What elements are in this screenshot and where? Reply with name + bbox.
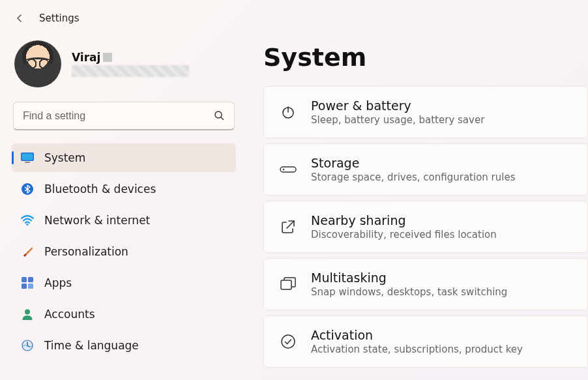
monitor-icon <box>21 151 34 164</box>
card-desc: Sleep, battery usage, battery saver <box>311 114 484 126</box>
sidebar: Viraj <box>0 37 248 368</box>
svg-rect-15 <box>281 280 291 289</box>
card-desc: Snap windows, desktops, task switching <box>311 286 507 298</box>
profile-block[interactable]: Viraj <box>12 37 236 99</box>
svg-rect-8 <box>22 284 27 289</box>
check-icon <box>280 333 297 350</box>
nav-item-label: Personalization <box>44 245 128 258</box>
nav-item-system[interactable]: System <box>12 143 236 172</box>
card-desc: Discoverability, received files location <box>311 229 497 241</box>
back-button[interactable] <box>13 12 26 25</box>
nav-item-network[interactable]: Network & internet <box>12 206 236 235</box>
svg-point-5 <box>26 224 28 226</box>
profile-name: Viraj <box>72 51 100 64</box>
nav-item-personalization[interactable]: Personalization <box>12 237 236 266</box>
svg-rect-2 <box>22 154 33 160</box>
nav: System Bluetooth & devices <box>12 143 236 360</box>
card-nearby-sharing[interactable]: Nearby sharing Discoverability, received… <box>263 201 588 253</box>
card-multitasking[interactable]: Multitasking Snap windows, desktops, tas… <box>263 258 588 310</box>
multitask-icon <box>280 276 297 293</box>
card-desc: Storage space, drives, configuration rul… <box>311 171 515 183</box>
card-title: Storage <box>311 156 515 170</box>
svg-point-14 <box>283 169 284 170</box>
card-storage[interactable]: Storage Storage space, drives, configura… <box>263 143 588 196</box>
svg-rect-6 <box>22 277 27 282</box>
nav-item-label: System <box>44 151 85 164</box>
clock-icon <box>21 339 34 352</box>
profile-name-redacted <box>103 53 112 62</box>
svg-rect-7 <box>28 277 33 282</box>
card-title: Activation <box>311 328 523 342</box>
brush-icon <box>21 245 34 258</box>
nav-item-label: Apps <box>44 276 72 289</box>
storage-icon <box>280 161 297 178</box>
bluetooth-icon <box>21 183 34 196</box>
card-activation[interactable]: Activation Activation state, subscriptio… <box>263 315 588 368</box>
card-title: Multitasking <box>311 270 507 285</box>
power-icon <box>280 104 297 121</box>
nav-item-label: Time & language <box>44 339 139 352</box>
nav-item-apps[interactable]: Apps <box>12 269 236 297</box>
page-title: System <box>263 37 588 86</box>
svg-point-10 <box>25 310 30 315</box>
svg-rect-13 <box>280 167 296 172</box>
nav-item-label: Network & internet <box>44 214 150 227</box>
share-icon <box>280 218 297 235</box>
apps-icon <box>21 276 34 289</box>
nav-item-label: Accounts <box>44 308 95 321</box>
svg-rect-3 <box>25 162 30 163</box>
svg-rect-9 <box>28 284 33 289</box>
profile-email-redacted <box>72 65 189 77</box>
svg-point-0 <box>215 111 222 118</box>
avatar <box>14 40 61 87</box>
card-power-battery[interactable]: Power & battery Sleep, battery usage, ba… <box>263 86 588 138</box>
search-box <box>13 102 235 130</box>
nav-item-accounts[interactable]: Accounts <box>12 300 236 329</box>
nav-item-label: Bluetooth & devices <box>44 183 156 196</box>
arrow-left-icon <box>14 13 25 23</box>
card-title: Power & battery <box>311 98 484 113</box>
nav-item-bluetooth[interactable]: Bluetooth & devices <box>12 175 236 203</box>
person-icon <box>21 308 34 321</box>
svg-point-16 <box>282 335 295 348</box>
card-desc: Activation state, subscriptions, product… <box>311 343 523 355</box>
search-input[interactable] <box>13 102 235 130</box>
nav-item-time-language[interactable]: Time & language <box>12 331 236 360</box>
search-icon <box>214 110 226 122</box>
main-content: System Power & battery Sleep, battery us… <box>248 37 588 368</box>
wifi-icon <box>21 214 34 227</box>
card-title: Nearby sharing <box>311 213 497 227</box>
app-title: Settings <box>39 12 80 24</box>
